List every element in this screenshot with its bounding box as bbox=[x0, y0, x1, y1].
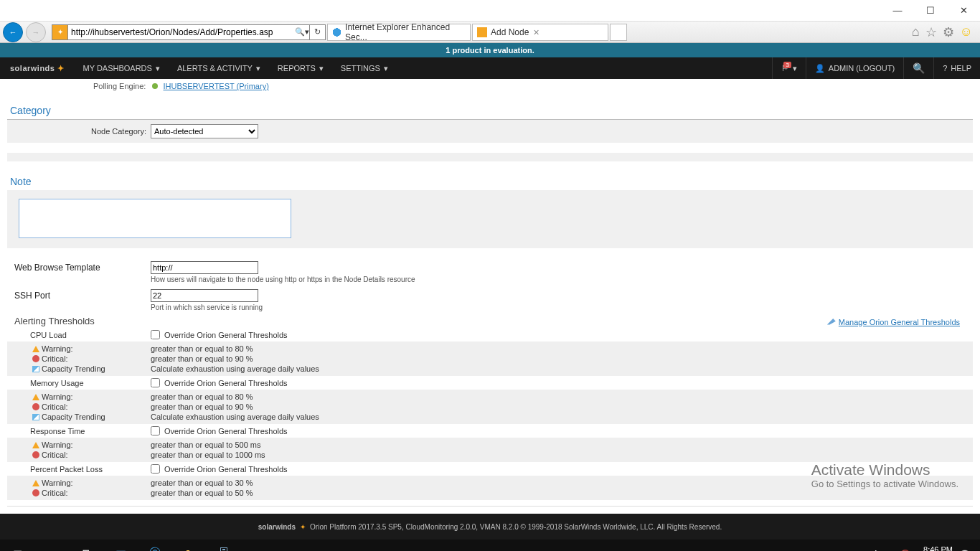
memory-threshold-body: Warning:greater than or equal to 80 % Cr… bbox=[7, 390, 973, 424]
search-icon: 🔍 bbox=[913, 62, 925, 74]
footer-logo: solarwinds bbox=[258, 523, 296, 531]
web-template-hint: How users will navigate to the node usin… bbox=[151, 274, 415, 283]
activate-line2: Go to Settings to activate Windows. bbox=[811, 479, 958, 489]
help-button[interactable]: ?HELP bbox=[933, 57, 980, 79]
cpu-label: CPU Load bbox=[30, 331, 151, 339]
ie-taskbar-icon[interactable]: ⓔ bbox=[138, 540, 172, 551]
warning-label: Warning: bbox=[42, 479, 151, 487]
ssh-port-input[interactable] bbox=[151, 289, 258, 302]
site-icon: ✦ bbox=[52, 24, 67, 40]
warning-icon bbox=[32, 394, 39, 400]
activate-windows-watermark: Activate Windows Go to Settings to activ… bbox=[811, 461, 958, 489]
packetloss-label: Percent Packet Loss bbox=[30, 465, 151, 474]
nav-alerts[interactable]: ALERTS & ACTIVITY▾ bbox=[169, 57, 269, 79]
memory-critical-value: greater than or equal to 90 % bbox=[151, 402, 253, 411]
tab-ie-security[interactable]: Internet Explorer Enhanced Sec... bbox=[327, 24, 471, 41]
nav-dashboards[interactable]: MY DASHBOARDS▾ bbox=[75, 57, 169, 79]
minimize-button[interactable]: — bbox=[881, 0, 914, 22]
search-button[interactable]: 🔍 bbox=[903, 57, 933, 79]
critical-icon bbox=[32, 451, 39, 458]
override-label: Override Orion General Thresholds bbox=[164, 465, 288, 474]
browser-toolbar: ← → ✦ 🔍▾ ↻ Internet Explorer Enhanced Se… bbox=[0, 22, 980, 43]
critical-icon bbox=[32, 489, 39, 496]
tab-label: Internet Explorer Enhanced Sec... bbox=[345, 22, 466, 42]
smiley-icon[interactable]: ☺ bbox=[960, 24, 973, 40]
response-warning-value: greater than or equal to 500 ms bbox=[151, 441, 260, 449]
solarwinds-icon bbox=[477, 27, 487, 37]
favorites-icon[interactable]: ☆ bbox=[925, 24, 937, 40]
app-navbar: solarwinds ✦ MY DASHBOARDS▾ ALERTS & ACT… bbox=[0, 57, 980, 79]
activate-line1: Activate Windows bbox=[811, 461, 958, 479]
warning-label: Warning: bbox=[42, 441, 151, 449]
response-label: Response Time bbox=[30, 427, 151, 435]
user-menu[interactable]: 👤ADMIN (LOGOUT) bbox=[806, 57, 903, 79]
node-category-select[interactable]: Auto-detected bbox=[151, 124, 258, 138]
tray-clock[interactable]: 8:46 PM 5/23/2018 bbox=[918, 545, 953, 551]
status-dot-icon bbox=[152, 83, 158, 89]
home-icon[interactable]: ⌂ bbox=[912, 24, 920, 40]
notifications-button[interactable]: 🏳3 ▾ bbox=[772, 57, 806, 79]
user-icon: 👤 bbox=[815, 64, 825, 73]
packetloss-critical-value: greater than or equal to 50 % bbox=[151, 489, 253, 497]
override-label: Override Orion General Thresholds bbox=[164, 331, 288, 339]
web-template-label: Web Browse Template bbox=[14, 261, 151, 273]
search-taskbar-button[interactable]: ⌕ bbox=[34, 540, 69, 551]
cpu-warning-value: greater than or equal to 80 % bbox=[151, 344, 253, 353]
response-override-checkbox[interactable] bbox=[151, 426, 160, 435]
search-dropdown-icon[interactable]: 🔍▾ bbox=[294, 24, 310, 40]
refresh-button[interactable]: ↻ bbox=[310, 24, 326, 40]
explorer-taskbar-icon[interactable]: 🗀 bbox=[172, 540, 207, 551]
tray-app-icon[interactable]: ▦ bbox=[103, 540, 138, 551]
note-section-title: Note bbox=[7, 161, 973, 190]
polling-engine-label: Polling Engine: bbox=[93, 82, 150, 90]
category-section-title: Category bbox=[7, 90, 973, 120]
critical-icon bbox=[32, 355, 39, 362]
polling-engine-link[interactable]: IHUBSERVERTEST (Primary) bbox=[164, 82, 269, 90]
trend-label: Capacity Trending bbox=[42, 413, 151, 421]
tools-icon[interactable]: ⚙ bbox=[943, 24, 954, 40]
manage-thresholds-link[interactable]: Manage Orion General Thresholds bbox=[839, 318, 966, 326]
tab-label: Add Node bbox=[491, 27, 529, 37]
critical-label: Critical: bbox=[42, 489, 151, 497]
web-template-input[interactable] bbox=[151, 261, 258, 274]
page-footer: solarwinds✦ Orion Platform 2017.3.5 SP5,… bbox=[0, 514, 980, 540]
cpu-threshold-body: Warning:greater than or equal to 80 % Cr… bbox=[7, 342, 973, 376]
maximize-button[interactable]: ☐ bbox=[914, 0, 947, 22]
windows-taskbar: ⊞ ⌕ ⧉ ▦ ⓔ 🗀 🗄 ˄ 🖧 🔇 8:46 PM 5/23/2018 💬 bbox=[0, 540, 980, 551]
memory-trend-value: Calculate exhaustion using average daily… bbox=[151, 413, 319, 421]
new-tab-button[interactable] bbox=[610, 24, 627, 41]
critical-label: Critical: bbox=[42, 402, 151, 411]
ie-icon bbox=[332, 27, 341, 37]
taskview-button[interactable]: ⧉ bbox=[69, 540, 103, 551]
polling-engine-row: Polling Engine: IHUBSERVERTEST (Primary) bbox=[7, 82, 973, 90]
response-threshold-body: Warning:greater than or equal to 500 ms … bbox=[7, 438, 973, 462]
back-button[interactable]: ← bbox=[3, 22, 23, 42]
packetloss-override-checkbox[interactable] bbox=[151, 464, 160, 474]
memory-override-checkbox[interactable] bbox=[151, 378, 160, 387]
override-label: Override Orion General Thresholds bbox=[164, 379, 288, 387]
server-manager-icon[interactable]: 🗄 bbox=[207, 540, 241, 551]
window-titlebar: — ☐ ✕ bbox=[0, 0, 980, 22]
tab-close-icon[interactable]: × bbox=[533, 27, 539, 38]
cpu-threshold-header: CPU Load Override Orion General Threshol… bbox=[7, 328, 973, 342]
footer-text: Orion Platform 2017.3.5 SP5, CloudMonito… bbox=[310, 523, 722, 531]
trend-label: Capacity Trending bbox=[42, 364, 151, 373]
warning-label: Warning: bbox=[42, 344, 151, 353]
note-textarea[interactable] bbox=[19, 199, 291, 238]
close-button[interactable]: ✕ bbox=[947, 0, 980, 22]
override-label: Override Orion General Thresholds bbox=[164, 427, 288, 435]
nav-reports[interactable]: REPORTS▾ bbox=[269, 57, 332, 79]
pencil-icon bbox=[827, 316, 836, 325]
notification-badge: 3 bbox=[783, 62, 791, 68]
solarwinds-logo[interactable]: solarwinds ✦ bbox=[0, 64, 75, 73]
cpu-override-checkbox[interactable] bbox=[151, 330, 160, 339]
start-button[interactable]: ⊞ bbox=[0, 540, 34, 551]
help-icon: ? bbox=[943, 64, 947, 72]
tab-add-node[interactable]: Add Node × bbox=[472, 24, 608, 41]
eval-banner[interactable]: 1 product in evaluation. bbox=[0, 43, 980, 57]
nav-settings[interactable]: SETTINGS▾ bbox=[332, 57, 397, 79]
forward-button[interactable]: → bbox=[26, 22, 46, 42]
address-bar[interactable] bbox=[67, 24, 294, 40]
response-threshold-header: Response Time Override Orion General Thr… bbox=[7, 424, 973, 438]
memory-warning-value: greater than or equal to 80 % bbox=[151, 392, 253, 401]
